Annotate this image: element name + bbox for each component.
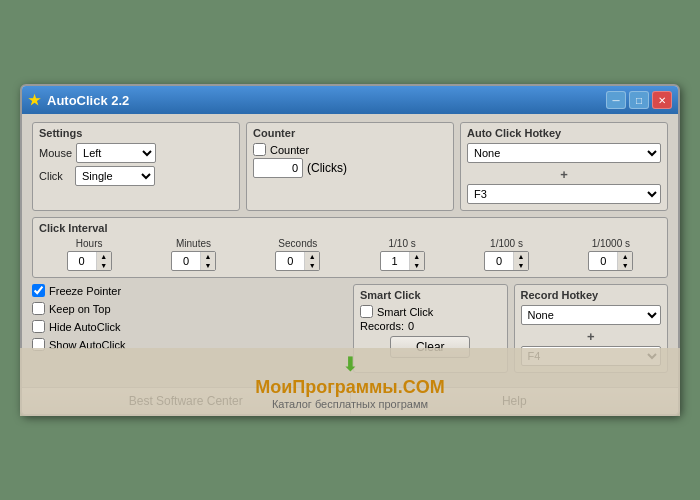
hours-value: 0 — [68, 255, 96, 267]
record-hotkey-plus: + — [521, 329, 662, 344]
interval-group-label: Click Interval — [39, 222, 661, 234]
minutes-col: Minutes 0 ▲ ▼ — [143, 238, 243, 271]
records-row: Records: 0 — [360, 320, 501, 332]
tenth-spinner[interactable]: 1 ▲ ▼ — [380, 251, 425, 271]
hide-row: Hide AutoClick — [32, 320, 347, 333]
title-bar: ★ AutoClick 2.2 ─ □ ✕ — [22, 86, 678, 114]
thousandth-down[interactable]: ▼ — [618, 261, 632, 270]
keep-top-label: Keep on Top — [49, 303, 111, 315]
seconds-label: Seconds — [278, 238, 317, 249]
hours-arrows: ▲ ▼ — [96, 252, 111, 270]
record-hotkey-label: Record Hotkey — [521, 289, 662, 301]
tenth-col: 1/10 s 1 ▲ ▼ — [352, 238, 452, 271]
tenth-down[interactable]: ▼ — [410, 261, 424, 270]
maximize-button[interactable]: □ — [629, 91, 649, 109]
click-select[interactable]: Single Double — [75, 166, 155, 186]
freeze-row: Freeze Pointer — [32, 284, 347, 297]
thousandth-spinner[interactable]: 0 ▲ ▼ — [588, 251, 633, 271]
hundredth-up[interactable]: ▲ — [514, 252, 528, 261]
click-interval-group: Click Interval Hours 0 ▲ ▼ Min — [32, 217, 668, 278]
hundredth-down[interactable]: ▼ — [514, 261, 528, 270]
hours-spinner[interactable]: 0 ▲ ▼ — [67, 251, 112, 271]
seconds-arrows: ▲ ▼ — [304, 252, 319, 270]
minutes-arrows: ▲ ▼ — [200, 252, 215, 270]
hide-checkbox[interactable] — [32, 320, 45, 333]
keep-top-checkbox[interactable] — [32, 302, 45, 315]
hundredth-col: 1/100 s 0 ▲ ▼ — [456, 238, 556, 271]
auto-hotkey-group: Auto Click Hotkey None Alt Ctrl Shift + … — [460, 122, 668, 211]
watermark-overlay: ⬇ МоиПрограммы.COM Каталог бесплатных пр… — [20, 348, 680, 416]
mouse-label: Mouse — [39, 147, 72, 159]
seconds-value: 0 — [276, 255, 304, 267]
hours-col: Hours 0 ▲ ▼ — [39, 238, 139, 271]
thousandth-up[interactable]: ▲ — [618, 252, 632, 261]
thousandth-arrows: ▲ ▼ — [617, 252, 632, 270]
thousandth-value: 0 — [589, 255, 617, 267]
watermark-sub: Каталог бесплатных программ — [20, 398, 680, 410]
tenth-label: 1/10 s — [389, 238, 416, 249]
tenth-arrows: ▲ ▼ — [409, 252, 424, 270]
hide-label: Hide AutoClick — [49, 321, 121, 333]
counter-unit: (Clicks) — [307, 161, 347, 175]
smart-click-checkbox[interactable] — [360, 305, 373, 318]
close-button[interactable]: ✕ — [652, 91, 672, 109]
minutes-label: Minutes — [176, 238, 211, 249]
seconds-col: Seconds 0 ▲ ▼ — [248, 238, 348, 271]
content-area: Settings Mouse Left Middle Right Click S… — [22, 114, 678, 387]
mouse-select[interactable]: Left Middle Right — [76, 143, 156, 163]
thousandth-col: 1/1000 s 0 ▲ ▼ — [561, 238, 661, 271]
keep-top-row: Keep on Top — [32, 302, 347, 315]
hotkey-top-select[interactable]: None Alt Ctrl Shift — [467, 143, 661, 163]
seconds-spinner[interactable]: 0 ▲ ▼ — [275, 251, 320, 271]
click-row: Click Single Double — [39, 166, 233, 186]
mouse-row: Mouse Left Middle Right — [39, 143, 233, 163]
title-bar-left: ★ AutoClick 2.2 — [28, 92, 129, 108]
tenth-up[interactable]: ▲ — [410, 252, 424, 261]
hours-down[interactable]: ▼ — [97, 261, 111, 270]
tenth-value: 1 — [381, 255, 409, 267]
minutes-down[interactable]: ▼ — [201, 261, 215, 270]
hotkey-plus: + — [467, 167, 661, 182]
freeze-checkbox[interactable] — [32, 284, 45, 297]
settings-label: Settings — [39, 127, 233, 139]
star-icon: ★ — [28, 92, 41, 108]
title-controls: ─ □ ✕ — [606, 91, 672, 109]
counter-value-row: (Clicks) — [253, 158, 447, 178]
minutes-spinner[interactable]: 0 ▲ ▼ — [171, 251, 216, 271]
watermark-icon: ⬇ — [20, 352, 680, 376]
top-grid: Settings Mouse Left Middle Right Click S… — [32, 122, 668, 211]
click-label: Click — [39, 170, 71, 182]
hundredth-label: 1/100 s — [490, 238, 523, 249]
thousandth-label: 1/1000 s — [592, 238, 630, 249]
hundredth-arrows: ▲ ▼ — [513, 252, 528, 270]
hundredth-value: 0 — [485, 255, 513, 267]
window-title: AutoClick 2.2 — [47, 93, 129, 108]
records-value: 0 — [408, 320, 414, 332]
smart-click-checkbox-label: Smart Click — [377, 306, 433, 318]
freeze-label: Freeze Pointer — [49, 285, 121, 297]
record-hotkey-top-select[interactable]: None Alt Ctrl Shift — [521, 305, 662, 325]
seconds-down[interactable]: ▼ — [305, 261, 319, 270]
hours-label: Hours — [76, 238, 103, 249]
seconds-up[interactable]: ▲ — [305, 252, 319, 261]
counter-group-label: Counter — [253, 127, 447, 139]
counter-checkbox-label: Counter — [270, 144, 309, 156]
smart-click-group-label: Smart Click — [360, 289, 501, 301]
hours-up[interactable]: ▲ — [97, 252, 111, 261]
hundredth-spinner[interactable]: 0 ▲ ▼ — [484, 251, 529, 271]
minutes-up[interactable]: ▲ — [201, 252, 215, 261]
auto-hotkey-label: Auto Click Hotkey — [467, 127, 661, 139]
minimize-button[interactable]: ─ — [606, 91, 626, 109]
counter-checkbox[interactable] — [253, 143, 266, 156]
counter-value-input[interactable] — [253, 158, 303, 178]
minutes-value: 0 — [172, 255, 200, 267]
counter-checkbox-row: Counter — [253, 143, 447, 156]
interval-grid: Hours 0 ▲ ▼ Minutes 0 — [39, 238, 661, 271]
smart-click-checkbox-row: Smart Click — [360, 305, 501, 318]
hotkey-bottom-select[interactable]: F3 F1 F2 F4 F5 — [467, 184, 661, 204]
watermark-site: МоиПрограммы.COM — [20, 377, 680, 398]
settings-group: Settings Mouse Left Middle Right Click S… — [32, 122, 240, 211]
counter-group: Counter Counter (Clicks) — [246, 122, 454, 211]
records-label: Records: — [360, 320, 404, 332]
